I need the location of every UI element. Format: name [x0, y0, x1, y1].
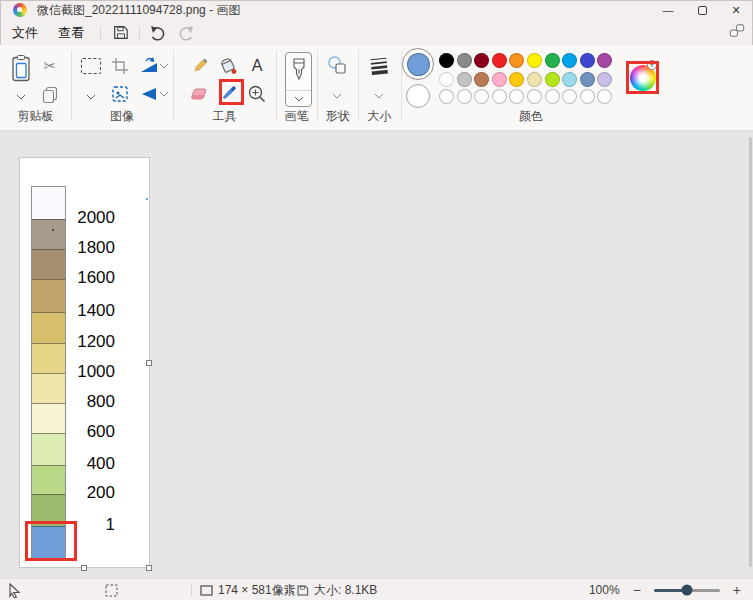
copy-icon [42, 86, 58, 104]
text-tool[interactable]: A [247, 56, 267, 76]
magnifier-icon [247, 84, 267, 104]
custom-color-slot[interactable] [545, 89, 560, 104]
vertical-scrollbar[interactable] [749, 137, 752, 567]
paste-button[interactable] [10, 54, 32, 84]
cut-button[interactable]: ✂ [40, 56, 60, 76]
zoom-slider-thumb[interactable] [681, 585, 692, 596]
palette-swatch[interactable] [545, 72, 560, 87]
palette-swatch[interactable] [509, 72, 524, 87]
crop-icon [111, 57, 129, 75]
paste-dropdown-chevron-icon[interactable] [16, 94, 26, 100]
crop-button[interactable] [110, 56, 130, 76]
canvas-resize-handle-right[interactable] [146, 360, 152, 366]
palette-swatch[interactable] [439, 53, 454, 68]
custom-color-slot[interactable] [457, 89, 472, 104]
foreground-color-button[interactable] [402, 48, 434, 80]
palette-swatch[interactable] [509, 53, 524, 68]
rotate-button[interactable] [139, 56, 159, 76]
menu-file[interactable]: 文件 [2, 21, 48, 45]
legend-label: 200 [55, 483, 115, 503]
zoom-out-button[interactable]: − [633, 582, 641, 598]
minimize-button[interactable]: — [651, 0, 685, 20]
paint-window: { "window": { "title": "微信截图_20221111094… [0, 0, 753, 600]
canvas-size-icon [200, 585, 213, 596]
legend-label: 2000 [55, 208, 115, 228]
redo-icon [176, 25, 194, 41]
custom-color-slot[interactable] [562, 89, 577, 104]
status-bar: 174 × 581像素 大小: 8.1KB 100% − + [0, 578, 753, 600]
palette-swatch[interactable] [439, 72, 454, 87]
size-button[interactable] [369, 55, 389, 75]
custom-color-slot[interactable] [474, 89, 489, 104]
close-button[interactable]: ✕ [719, 0, 753, 20]
select-tool[interactable] [81, 58, 101, 74]
custom-color-slot[interactable] [509, 89, 524, 104]
zoom-in-button[interactable]: + [733, 582, 741, 598]
palette-swatch[interactable] [597, 53, 612, 68]
custom-color-slot[interactable] [580, 89, 595, 104]
legend-label: 1000 [55, 362, 115, 382]
copy-button[interactable] [40, 85, 60, 105]
highlight-box-color-picker [219, 79, 244, 105]
group-label-image: 图像 [71, 108, 173, 125]
background-color-button[interactable] [406, 84, 430, 108]
zoom-level-text: 100% [589, 583, 620, 597]
zoom-slider[interactable] [654, 589, 720, 592]
flip-icon [139, 84, 159, 104]
brushes-button[interactable] [285, 52, 312, 107]
custom-color-slot[interactable] [597, 89, 612, 104]
redo-button[interactable] [172, 23, 198, 43]
palette-swatch[interactable] [597, 72, 612, 87]
canvas-size-text: 174 × 581像素 [218, 582, 296, 599]
minus-icon: − [633, 582, 641, 598]
palette-swatch[interactable] [527, 53, 542, 68]
resize-button[interactable] [110, 84, 130, 104]
save-icon [112, 24, 129, 41]
custom-color-slot[interactable] [492, 89, 507, 104]
undo-button[interactable] [146, 23, 172, 43]
resize-icon [110, 84, 130, 104]
palette-swatch[interactable] [457, 53, 472, 68]
palette-swatch[interactable] [492, 53, 507, 68]
palette-swatch[interactable] [474, 53, 489, 68]
pointer-icon [8, 583, 21, 598]
flip-dropdown-chevron-icon[interactable] [159, 91, 169, 97]
palette-swatch[interactable] [474, 72, 489, 87]
palette-swatch[interactable] [580, 53, 595, 68]
window-controls: — ✕ [651, 0, 753, 20]
save-button[interactable] [107, 23, 133, 43]
drawing-canvas[interactable]: 2000180016001400120010008006004002001 [20, 158, 149, 567]
legend-label: 1800 [55, 238, 115, 258]
palette-swatch[interactable] [562, 53, 577, 68]
palette-swatch[interactable] [562, 72, 577, 87]
canvas-size-indicator: 174 × 581像素 [200, 579, 296, 600]
select-dropdown-chevron-icon[interactable] [86, 94, 96, 100]
custom-color-slot[interactable] [527, 89, 542, 104]
maximize-button[interactable] [685, 0, 719, 20]
flip-button[interactable] [139, 84, 159, 104]
minimize-icon: — [663, 4, 674, 16]
pencil-tool[interactable] [190, 56, 210, 76]
eraser-icon [189, 84, 209, 104]
palette-swatch[interactable] [545, 53, 560, 68]
status-separator [288, 584, 289, 596]
eraser-tool[interactable] [189, 84, 209, 104]
shapes-button[interactable] [327, 55, 347, 75]
window-title: 微信截图_20221111094728.png - 画图 [37, 2, 240, 19]
palette-swatch[interactable] [527, 72, 542, 87]
shapes-dropdown-chevron-icon[interactable] [332, 93, 342, 99]
magnifier-tool[interactable] [247, 84, 267, 104]
feedback-button[interactable] [729, 23, 745, 42]
fill-tool[interactable] [218, 56, 238, 76]
palette-swatch[interactable] [492, 72, 507, 87]
brushes-dropdown-chevron-icon[interactable] [294, 96, 304, 102]
menu-view[interactable]: 查看 [48, 21, 94, 45]
palette-swatch[interactable] [580, 72, 595, 87]
canvas-resize-handle-bottom[interactable] [81, 565, 87, 571]
canvas-resize-handle-corner[interactable] [146, 565, 152, 571]
custom-color-slot[interactable] [439, 89, 454, 104]
plus-icon: + [733, 582, 741, 598]
palette-swatch[interactable] [457, 72, 472, 87]
size-dropdown-chevron-icon[interactable] [374, 93, 384, 99]
rotate-dropdown-chevron-icon[interactable] [159, 63, 169, 69]
